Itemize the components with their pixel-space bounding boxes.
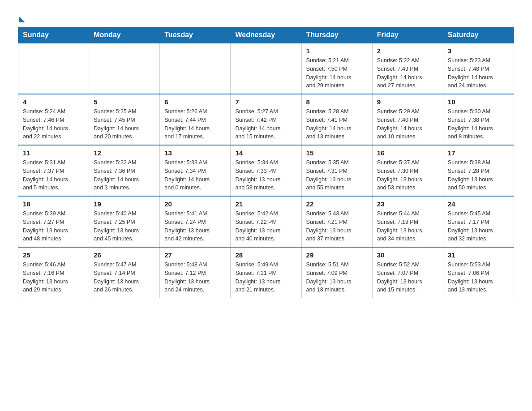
day-number: 31 <box>448 251 509 259</box>
weekday-header-tuesday: Tuesday <box>160 27 231 43</box>
day-cell <box>89 43 160 94</box>
day-cell: 9Sunrise: 5:29 AMSunset: 7:40 PMDaylight… <box>372 94 443 145</box>
day-cell: 16Sunrise: 5:37 AMSunset: 7:30 PMDayligh… <box>372 145 443 196</box>
day-number: 22 <box>306 200 368 208</box>
day-info: Sunrise: 5:38 AMSunset: 7:28 PMDaylight:… <box>448 158 509 192</box>
day-cell: 31Sunrise: 5:53 AMSunset: 7:06 PMDayligh… <box>443 247 514 298</box>
day-cell: 15Sunrise: 5:35 AMSunset: 7:31 PMDayligh… <box>301 145 372 196</box>
day-info: Sunrise: 5:25 AMSunset: 7:45 PMDaylight:… <box>94 107 155 141</box>
calendar-table: SundayMondayTuesdayWednesdayThursdayFrid… <box>18 27 514 298</box>
day-info: Sunrise: 5:34 AMSunset: 7:33 PMDaylight:… <box>235 158 296 192</box>
day-number: 17 <box>448 149 509 157</box>
day-number: 25 <box>23 251 84 259</box>
day-cell: 12Sunrise: 5:32 AMSunset: 7:36 PMDayligh… <box>89 145 160 196</box>
day-cell: 21Sunrise: 5:42 AMSunset: 7:22 PMDayligh… <box>231 196 301 247</box>
day-cell: 2Sunrise: 5:22 AMSunset: 7:49 PMDaylight… <box>372 43 443 94</box>
day-number: 4 <box>23 98 84 106</box>
day-number: 12 <box>94 149 155 157</box>
day-number: 11 <box>23 149 84 157</box>
day-cell: 8Sunrise: 5:28 AMSunset: 7:41 PMDaylight… <box>301 94 372 145</box>
day-info: Sunrise: 5:32 AMSunset: 7:36 PMDaylight:… <box>94 158 155 192</box>
day-info: Sunrise: 5:52 AMSunset: 7:07 PMDaylight:… <box>377 261 438 294</box>
weekday-header-thursday: Thursday <box>301 27 372 43</box>
day-cell: 24Sunrise: 5:45 AMSunset: 7:17 PMDayligh… <box>443 196 514 247</box>
day-cell: 4Sunrise: 5:24 AMSunset: 7:46 PMDaylight… <box>18 94 89 145</box>
day-cell: 7Sunrise: 5:27 AMSunset: 7:42 PMDaylight… <box>231 94 301 145</box>
day-info: Sunrise: 5:43 AMSunset: 7:21 PMDaylight:… <box>306 210 368 243</box>
day-cell: 25Sunrise: 5:46 AMSunset: 7:16 PMDayligh… <box>18 247 89 298</box>
day-info: Sunrise: 5:44 AMSunset: 7:19 PMDaylight:… <box>377 210 438 243</box>
day-cell <box>18 43 89 94</box>
day-number: 24 <box>448 200 509 208</box>
day-cell: 19Sunrise: 5:40 AMSunset: 7:25 PMDayligh… <box>89 196 160 247</box>
day-info: Sunrise: 5:42 AMSunset: 7:22 PMDaylight:… <box>235 210 296 243</box>
day-number: 14 <box>235 149 296 157</box>
logo-arrow-icon <box>19 16 25 22</box>
day-number: 1 <box>306 47 368 55</box>
day-info: Sunrise: 5:47 AMSunset: 7:14 PMDaylight:… <box>94 261 155 294</box>
day-cell <box>231 43 301 94</box>
day-cell: 26Sunrise: 5:47 AMSunset: 7:14 PMDayligh… <box>89 247 160 298</box>
day-info: Sunrise: 5:29 AMSunset: 7:40 PMDaylight:… <box>377 107 438 141</box>
day-cell: 13Sunrise: 5:33 AMSunset: 7:34 PMDayligh… <box>160 145 231 196</box>
week-row-2: 4Sunrise: 5:24 AMSunset: 7:46 PMDaylight… <box>18 94 514 145</box>
weekday-header-saturday: Saturday <box>443 27 514 43</box>
day-number: 23 <box>377 200 438 208</box>
day-info: Sunrise: 5:24 AMSunset: 7:46 PMDaylight:… <box>23 107 84 141</box>
day-number: 9 <box>377 98 438 106</box>
day-cell: 30Sunrise: 5:52 AMSunset: 7:07 PMDayligh… <box>372 247 443 298</box>
day-info: Sunrise: 5:40 AMSunset: 7:25 PMDaylight:… <box>94 210 155 243</box>
weekday-header-row: SundayMondayTuesdayWednesdayThursdayFrid… <box>18 27 514 43</box>
day-cell: 23Sunrise: 5:44 AMSunset: 7:19 PMDayligh… <box>372 196 443 247</box>
day-info: Sunrise: 5:45 AMSunset: 7:17 PMDaylight:… <box>448 210 509 243</box>
day-number: 28 <box>235 251 296 259</box>
day-cell: 1Sunrise: 5:21 AMSunset: 7:50 PMDaylight… <box>301 43 372 94</box>
day-number: 5 <box>94 98 155 106</box>
day-cell: 6Sunrise: 5:26 AMSunset: 7:44 PMDaylight… <box>160 94 231 145</box>
day-info: Sunrise: 5:28 AMSunset: 7:41 PMDaylight:… <box>306 107 368 141</box>
page-header <box>18 13 514 22</box>
day-info: Sunrise: 5:37 AMSunset: 7:30 PMDaylight:… <box>377 158 438 192</box>
day-info: Sunrise: 5:30 AMSunset: 7:38 PMDaylight:… <box>448 107 509 141</box>
day-info: Sunrise: 5:35 AMSunset: 7:31 PMDaylight:… <box>306 158 368 192</box>
day-cell: 14Sunrise: 5:34 AMSunset: 7:33 PMDayligh… <box>231 145 301 196</box>
logo <box>18 13 25 22</box>
week-row-4: 18Sunrise: 5:39 AMSunset: 7:27 PMDayligh… <box>18 196 514 247</box>
week-row-1: 1Sunrise: 5:21 AMSunset: 7:50 PMDaylight… <box>18 43 514 94</box>
day-number: 26 <box>94 251 155 259</box>
weekday-header-sunday: Sunday <box>18 27 89 43</box>
day-cell: 27Sunrise: 5:48 AMSunset: 7:12 PMDayligh… <box>160 247 231 298</box>
week-row-5: 25Sunrise: 5:46 AMSunset: 7:16 PMDayligh… <box>18 247 514 298</box>
day-info: Sunrise: 5:51 AMSunset: 7:09 PMDaylight:… <box>306 261 368 294</box>
day-info: Sunrise: 5:26 AMSunset: 7:44 PMDaylight:… <box>164 107 226 141</box>
day-number: 7 <box>235 98 296 106</box>
week-row-3: 11Sunrise: 5:31 AMSunset: 7:37 PMDayligh… <box>18 145 514 196</box>
day-cell <box>160 43 231 94</box>
day-info: Sunrise: 5:22 AMSunset: 7:49 PMDaylight:… <box>377 56 438 90</box>
day-number: 6 <box>164 98 226 106</box>
day-info: Sunrise: 5:23 AMSunset: 7:48 PMDaylight:… <box>448 56 509 90</box>
day-cell: 18Sunrise: 5:39 AMSunset: 7:27 PMDayligh… <box>18 196 89 247</box>
day-number: 29 <box>306 251 368 259</box>
day-number: 10 <box>448 98 509 106</box>
day-number: 15 <box>306 149 368 157</box>
day-number: 16 <box>377 149 438 157</box>
day-number: 2 <box>377 47 438 55</box>
day-cell: 5Sunrise: 5:25 AMSunset: 7:45 PMDaylight… <box>89 94 160 145</box>
day-number: 27 <box>164 251 226 259</box>
day-cell: 28Sunrise: 5:49 AMSunset: 7:11 PMDayligh… <box>231 247 301 298</box>
day-number: 3 <box>448 47 509 55</box>
weekday-header-monday: Monday <box>89 27 160 43</box>
weekday-header-friday: Friday <box>372 27 443 43</box>
day-number: 30 <box>377 251 438 259</box>
day-cell: 29Sunrise: 5:51 AMSunset: 7:09 PMDayligh… <box>301 247 372 298</box>
day-cell: 10Sunrise: 5:30 AMSunset: 7:38 PMDayligh… <box>443 94 514 145</box>
weekday-header-wednesday: Wednesday <box>231 27 301 43</box>
day-info: Sunrise: 5:46 AMSunset: 7:16 PMDaylight:… <box>23 261 84 294</box>
day-info: Sunrise: 5:39 AMSunset: 7:27 PMDaylight:… <box>23 210 84 243</box>
day-info: Sunrise: 5:31 AMSunset: 7:37 PMDaylight:… <box>23 158 84 192</box>
day-number: 19 <box>94 200 155 208</box>
day-info: Sunrise: 5:33 AMSunset: 7:34 PMDaylight:… <box>164 158 226 192</box>
day-number: 20 <box>164 200 226 208</box>
day-info: Sunrise: 5:48 AMSunset: 7:12 PMDaylight:… <box>164 261 226 294</box>
